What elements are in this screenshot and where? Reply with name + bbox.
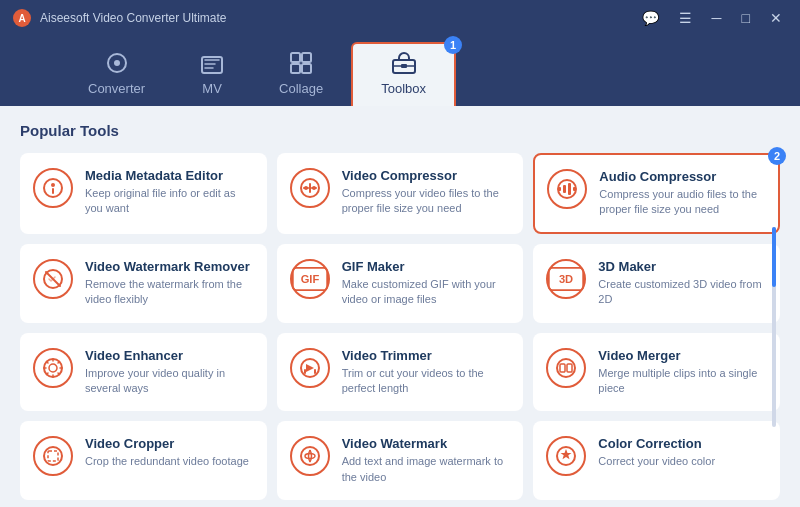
tool-card-3d-maker[interactable]: 3D 3D MakerCreate customized 3D video fr… bbox=[533, 244, 780, 323]
menu-button[interactable]: ☰ bbox=[673, 8, 698, 28]
video-cropper-name: Video Cropper bbox=[85, 436, 254, 451]
3d-maker-text: 3D MakerCreate customized 3D video from … bbox=[598, 259, 767, 308]
video-enhancer-icon bbox=[33, 348, 73, 388]
converter-icon bbox=[106, 52, 128, 77]
video-merger-text: Video MergerMerge multiple clips into a … bbox=[598, 348, 767, 397]
tool-card-gif-maker[interactable]: GIF GIF MakerMake customized GIF with yo… bbox=[277, 244, 524, 323]
gif-maker-name: GIF Maker bbox=[342, 259, 511, 274]
video-enhancer-text: Video EnhancerImprove your video quality… bbox=[85, 348, 254, 397]
svg-rect-33 bbox=[48, 451, 58, 461]
title-bar: A Aiseesoft Video Converter Ultimate 💬 ☰… bbox=[0, 0, 800, 36]
svg-point-32 bbox=[44, 447, 62, 465]
scrollbar-track[interactable] bbox=[772, 227, 776, 427]
audio-compressor-name: Audio Compressor bbox=[599, 169, 766, 184]
video-watermark-remover-icon bbox=[33, 259, 73, 299]
video-trimmer-desc: Trim or cut your videos to the perfect l… bbox=[342, 366, 511, 397]
media-metadata-editor-desc: Keep original file info or edit as you w… bbox=[85, 186, 254, 217]
video-enhancer-name: Video Enhancer bbox=[85, 348, 254, 363]
svg-point-3 bbox=[114, 60, 120, 66]
svg-rect-19 bbox=[558, 187, 561, 191]
svg-point-27 bbox=[49, 364, 57, 372]
collage-icon bbox=[290, 52, 312, 77]
tab-toolbox[interactable]: Toolbox 1 bbox=[351, 42, 456, 106]
minimize-button[interactable]: ─ bbox=[706, 8, 728, 28]
gif-maker-icon: GIF bbox=[290, 259, 330, 299]
tool-card-video-watermark[interactable]: Video WatermarkAdd text and image waterm… bbox=[277, 421, 524, 500]
svg-rect-31 bbox=[567, 364, 572, 372]
tool-card-color-correction[interactable]: Color CorrectionCorrect your video color bbox=[533, 421, 780, 500]
video-trimmer-name: Video Trimmer bbox=[342, 348, 511, 363]
video-trimmer-text: Video TrimmerTrim or cut your videos to … bbox=[342, 348, 511, 397]
video-compressor-icon bbox=[290, 168, 330, 208]
media-metadata-editor-name: Media Metadata Editor bbox=[85, 168, 254, 183]
svg-text:A: A bbox=[18, 13, 25, 24]
video-watermark-name: Video Watermark bbox=[342, 436, 511, 451]
svg-rect-10 bbox=[401, 64, 407, 68]
gif-maker-desc: Make customized GIF with your video or i… bbox=[342, 277, 511, 308]
video-trimmer-icon bbox=[290, 348, 330, 388]
app-title: Aiseesoft Video Converter Ultimate bbox=[40, 11, 227, 25]
color-correction-text: Color CorrectionCorrect your video color bbox=[598, 436, 767, 469]
scrollbar-thumb[interactable] bbox=[772, 227, 776, 287]
svg-rect-30 bbox=[560, 364, 565, 372]
3d-maker-icon: 3D bbox=[546, 259, 586, 299]
audio-compressor-desc: Compress your audio files to the proper … bbox=[599, 187, 766, 218]
svg-rect-6 bbox=[302, 53, 311, 62]
svg-rect-8 bbox=[302, 64, 311, 73]
svg-point-14 bbox=[304, 186, 308, 190]
tool-card-video-enhancer[interactable]: Video EnhancerImprove your video quality… bbox=[20, 333, 267, 412]
tool-card-video-trimmer[interactable]: Video TrimmerTrim or cut your videos to … bbox=[277, 333, 524, 412]
audio-compressor-badge: 2 bbox=[768, 147, 786, 165]
maximize-button[interactable]: □ bbox=[736, 8, 756, 28]
tab-collage-label: Collage bbox=[279, 81, 323, 96]
tab-converter[interactable]: Converter bbox=[60, 44, 173, 106]
tool-card-video-cropper[interactable]: Video CropperCrop the redundant video fo… bbox=[20, 421, 267, 500]
video-merger-icon bbox=[546, 348, 586, 388]
tab-mv[interactable]: MV bbox=[173, 48, 251, 106]
video-compressor-name: Video Compressor bbox=[342, 168, 511, 183]
video-enhancer-desc: Improve your video quality in several wa… bbox=[85, 366, 254, 397]
svg-rect-20 bbox=[573, 187, 576, 191]
svg-rect-18 bbox=[568, 183, 571, 195]
audio-compressor-icon bbox=[547, 169, 587, 209]
media-metadata-editor-text: Media Metadata EditorKeep original file … bbox=[85, 168, 254, 217]
close-button[interactable]: ✕ bbox=[764, 8, 788, 28]
video-cropper-icon bbox=[33, 436, 73, 476]
video-compressor-text: Video CompressorCompress your video file… bbox=[342, 168, 511, 217]
color-correction-icon bbox=[546, 436, 586, 476]
tool-card-video-merger[interactable]: Video MergerMerge multiple clips into a … bbox=[533, 333, 780, 412]
tool-card-audio-compressor[interactable]: Audio CompressorCompress your audio file… bbox=[533, 153, 780, 234]
tools-grid: Media Metadata EditorKeep original file … bbox=[20, 153, 780, 500]
message-button[interactable]: 💬 bbox=[636, 8, 665, 28]
audio-compressor-text: Audio CompressorCompress your audio file… bbox=[599, 169, 766, 218]
tool-card-video-compressor[interactable]: Video CompressorCompress your video file… bbox=[277, 153, 524, 234]
tab-collage[interactable]: Collage bbox=[251, 44, 351, 106]
window-controls: 💬 ☰ ─ □ ✕ bbox=[636, 8, 788, 28]
gif-maker-text: GIF MakerMake customized GIF with your v… bbox=[342, 259, 511, 308]
svg-point-11 bbox=[51, 183, 55, 187]
video-cropper-text: Video CropperCrop the redundant video fo… bbox=[85, 436, 254, 469]
svg-rect-17 bbox=[563, 185, 566, 193]
svg-text:3D: 3D bbox=[559, 273, 573, 285]
video-watermark-desc: Add text and image watermark to the vide… bbox=[342, 454, 511, 485]
svg-text:GIF: GIF bbox=[300, 273, 319, 285]
video-merger-name: Video Merger bbox=[598, 348, 767, 363]
color-correction-desc: Correct your video color bbox=[598, 454, 767, 469]
video-watermark-remover-name: Video Watermark Remover bbox=[85, 259, 254, 274]
tab-toolbox-label: Toolbox bbox=[381, 81, 426, 96]
svg-rect-5 bbox=[291, 53, 300, 62]
media-metadata-editor-icon bbox=[33, 168, 73, 208]
svg-point-15 bbox=[312, 186, 316, 190]
section-title: Popular Tools bbox=[20, 122, 780, 139]
video-watermark-text: Video WatermarkAdd text and image waterm… bbox=[342, 436, 511, 485]
toolbox-icon bbox=[392, 52, 416, 77]
video-merger-desc: Merge multiple clips into a single piece bbox=[598, 366, 767, 397]
tool-card-media-metadata-editor[interactable]: Media Metadata EditorKeep original file … bbox=[20, 153, 267, 234]
tool-card-video-watermark-remover[interactable]: Video Watermark RemoverRemove the waterm… bbox=[20, 244, 267, 323]
video-compressor-desc: Compress your video files to the proper … bbox=[342, 186, 511, 217]
tools-grid-wrapper: Media Metadata EditorKeep original file … bbox=[20, 153, 780, 500]
color-correction-name: Color Correction bbox=[598, 436, 767, 451]
video-watermark-remover-desc: Remove the watermark from the video flex… bbox=[85, 277, 254, 308]
video-cropper-desc: Crop the redundant video footage bbox=[85, 454, 254, 469]
svg-point-34 bbox=[301, 447, 319, 465]
